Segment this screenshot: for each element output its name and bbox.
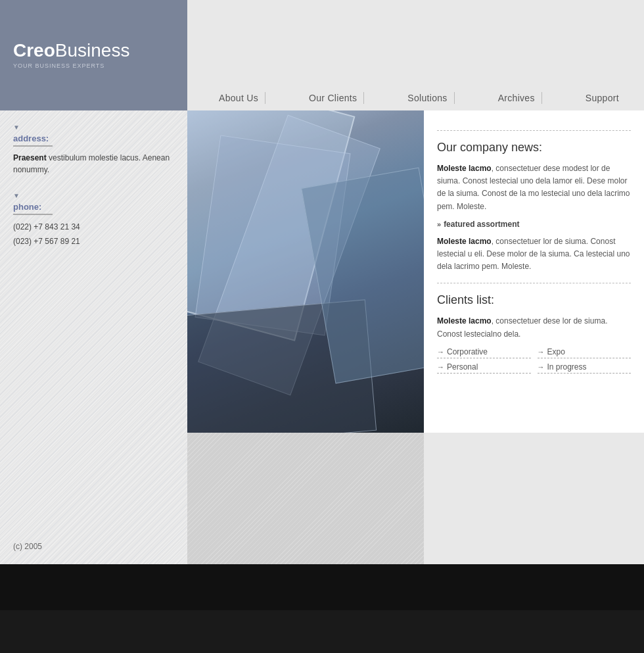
client-expo[interactable]: Expo [538, 347, 632, 358]
sidebar-footer: (c) 2005 [13, 542, 42, 551]
logo-tagline: YOUR BUSINESS EXPERTS [13, 62, 174, 69]
logo-business: Business [55, 40, 130, 60]
client-in-progress[interactable]: In progress [538, 362, 632, 374]
phone-label: phone: [13, 202, 53, 215]
hero-image [187, 110, 424, 433]
phone-1: (022) +7 843 21 34 [13, 220, 174, 235]
clients-bold: Moleste lacmo [437, 316, 492, 326]
top-divider [437, 130, 631, 131]
client-personal[interactable]: Personal [437, 362, 531, 374]
right-panel: Our company news: Moleste lacmo, consect… [424, 110, 644, 433]
logo-area: CreoBusiness YOUR BUSINESS EXPERTS [0, 0, 187, 110]
clients-intro: Moleste lacmo, consectetuer dese lor de … [437, 315, 631, 340]
middle-divider [437, 283, 631, 283]
content-row: Our company news: Moleste lacmo, consect… [187, 110, 644, 433]
featured-link[interactable]: featured assortment [437, 220, 631, 229]
copyright: (c) 2005 [13, 542, 42, 551]
sidebar: ▼ address: Praesent vestibulum molestie … [0, 110, 187, 564]
nav-link-archives[interactable]: Archives [492, 89, 541, 107]
client-corporative[interactable]: Corporative [437, 347, 531, 358]
address-text: Praesent vestibulum molestie lacus. Aene… [13, 152, 174, 176]
header: CreoBusiness YOUR BUSINESS EXPERTS About… [0, 0, 644, 110]
nav-item-our-clients[interactable]: Our Clients [302, 92, 364, 104]
featured-body: Moleste lacmo, consectetuer lor de siuma… [437, 235, 631, 274]
content: Our company news: Moleste lacmo, consect… [187, 110, 644, 564]
nav-menu: About Us Our Clients Solutions Archives … [194, 92, 644, 104]
address-triangle: ▼ [13, 124, 174, 131]
main-area: ▼ address: Praesent vestibulum molestie … [0, 110, 644, 564]
address-label: address: [13, 133, 53, 147]
below-hero-area [187, 433, 424, 564]
clients-title: Clients list: [437, 293, 631, 307]
company-news-bold: Moleste lacmo [437, 164, 492, 173]
company-news-title: Our company news: [437, 141, 631, 155]
bottom-bar [0, 564, 644, 610]
hero-shape-3 [187, 299, 377, 433]
address-bold: Praesent [13, 153, 47, 162]
address-section: ▼ address: Praesent vestibulum molestie … [13, 124, 174, 176]
site-wrapper: CreoBusiness YOUR BUSINESS EXPERTS About… [0, 0, 644, 564]
nav-link-support[interactable]: Support [579, 89, 626, 107]
phone-2: (023) +7 567 89 21 [13, 235, 174, 249]
company-news-body: Moleste lacmo, consectetuer dese modest … [437, 162, 631, 213]
nav-link-solutions[interactable]: Solutions [401, 89, 453, 107]
nav-area: About Us Our Clients Solutions Archives … [187, 0, 644, 110]
nav-item-solutions[interactable]: Solutions [401, 92, 454, 104]
nav-item-about-us[interactable]: About Us [212, 92, 265, 104]
phone-triangle: ▼ [13, 192, 174, 199]
phone-section: ▼ phone: (022) +7 843 21 34 (023) +7 567… [13, 192, 174, 249]
nav-item-support[interactable]: Support [579, 92, 626, 104]
nav-link-our-clients[interactable]: Our Clients [302, 89, 363, 107]
nav-link-about-us[interactable]: About Us [212, 89, 265, 107]
nav-item-archives[interactable]: Archives [492, 92, 542, 104]
logo-creo: Creo [13, 40, 55, 60]
logo: CreoBusiness [13, 41, 174, 60]
featured-bold: Moleste lacmo [437, 237, 492, 246]
clients-list: Corporative Expo Personal In progress [437, 347, 631, 374]
